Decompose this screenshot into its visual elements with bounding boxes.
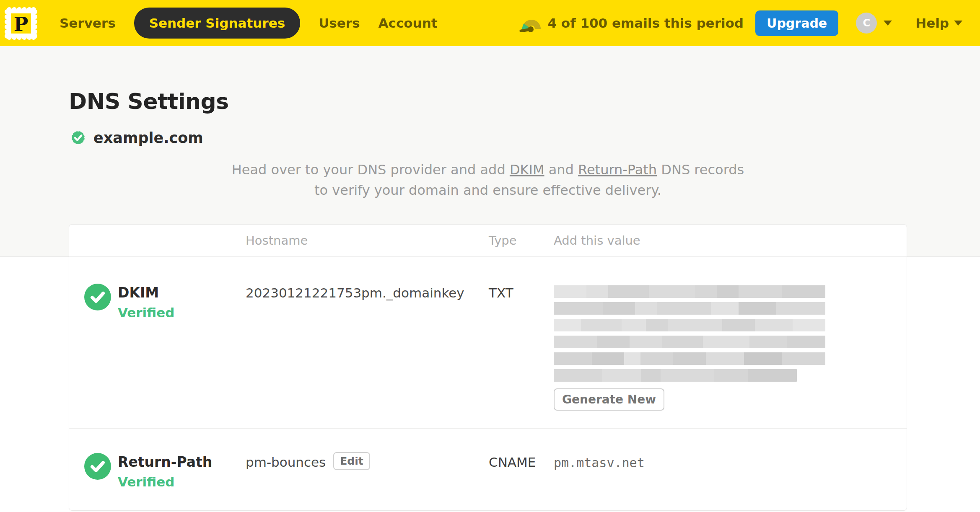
help-menu[interactable]: Help [915,16,962,31]
return-path-label-cell: Return-Path Verified [84,453,246,489]
upgrade-button[interactable]: Upgrade [755,10,838,36]
table-row-dkim: DKIM Verified 20230121221753pm._domainke… [69,256,907,428]
avatar: C [856,13,877,34]
column-header-hostname: Hostname [246,233,489,248]
navbar-right: 4 of 100 emails this period Upgrade C He… [519,10,962,36]
status-badge: Verified [118,305,174,320]
postmark-logo[interactable]: P [3,6,39,41]
edit-button[interactable]: Edit [333,452,370,470]
nav-item-account[interactable]: Account [379,16,438,31]
primary-nav: Servers Sender Signatures Users Account [60,8,438,39]
chevron-down-icon [954,21,962,26]
dkim-value-cell: Generate New [554,284,892,411]
verified-badge-icon [69,128,88,147]
return-path-hostname: pm-bounces Edit [246,453,489,489]
nav-item-users[interactable]: Users [319,16,360,31]
hostname-value: pm-bounces [246,455,326,470]
dkim-hostname: 20230121221753pm._domainkey [246,284,489,411]
account-menu[interactable]: C [856,13,892,34]
return-path-type: CNAME [489,453,554,489]
redacted-bar [554,285,825,298]
postage-stamp-icon: P [3,6,39,41]
column-header-type: Type [489,233,554,248]
dns-records-card: Hostname Type Add this value DKIM Verifi… [69,224,907,511]
redacted-dkim-value [554,284,892,382]
dkim-link[interactable]: DKIM [510,162,544,178]
main-content: DNS Settings example.com Head over to yo… [69,46,907,511]
intro-mid: and [544,162,578,178]
redacted-bar [554,319,825,331]
redacted-bar [554,369,797,382]
usage-indicator[interactable]: 4 of 100 emails this period [519,14,744,32]
hostname-value: 20230121221753pm._domainkey [246,285,464,300]
table-row-return-path: Return-Path Verified pm-bounces Edit CNA… [69,428,907,510]
domain-name: example.com [93,129,203,146]
record-name: Return-Path [118,454,212,470]
redacted-bar [554,302,825,315]
status-badge: Verified [118,474,212,489]
page-title: DNS Settings [69,89,907,114]
dkim-label-cell: DKIM Verified [84,284,246,411]
column-header-value: Add this value [554,233,892,248]
return-path-link[interactable]: Return-Path [578,162,657,178]
intro-pre: Head over to your DNS provider and add [232,162,510,178]
record-name: DKIM [118,284,174,301]
return-path-value: pm.mtasv.net [554,453,892,489]
redacted-bar [554,336,825,348]
nav-item-sender-signatures[interactable]: Sender Signatures [134,8,301,39]
domain-row: example.com [69,128,907,147]
gauge-icon [519,14,542,32]
help-label: Help [915,16,949,31]
verified-check-icon [84,284,111,310]
navbar: P Servers Sender Signatures Users Accoun… [0,0,980,46]
chevron-down-icon [884,21,892,26]
generate-new-button[interactable]: Generate New [554,388,664,411]
redacted-bar [554,352,825,365]
logo-letter: P [14,13,29,36]
usage-label: 4 of 100 emails this period [547,16,744,31]
intro-text: Head over to your DNS provider and add D… [224,160,752,201]
verified-check-icon [84,453,111,480]
nav-item-servers[interactable]: Servers [60,16,116,31]
dkim-type: TXT [489,284,554,411]
table-header-row: Hostname Type Add this value [69,225,907,256]
